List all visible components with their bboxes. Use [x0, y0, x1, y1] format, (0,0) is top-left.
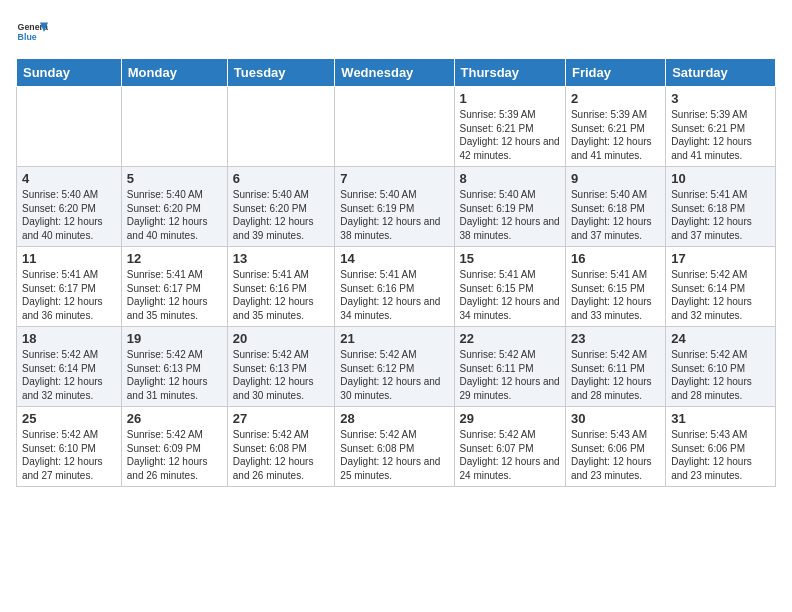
- day-info: Sunrise: 5:42 AMSunset: 6:11 PMDaylight:…: [571, 348, 660, 402]
- day-number: 25: [22, 411, 116, 426]
- calendar-cell: 29Sunrise: 5:42 AMSunset: 6:07 PMDayligh…: [454, 407, 565, 487]
- calendar-cell: 3Sunrise: 5:39 AMSunset: 6:21 PMDaylight…: [666, 87, 776, 167]
- day-info: Sunrise: 5:42 AMSunset: 6:08 PMDaylight:…: [340, 428, 448, 482]
- calendar-cell: 17Sunrise: 5:42 AMSunset: 6:14 PMDayligh…: [666, 247, 776, 327]
- calendar-cell: 5Sunrise: 5:40 AMSunset: 6:20 PMDaylight…: [121, 167, 227, 247]
- dow-header: Thursday: [454, 59, 565, 87]
- day-number: 3: [671, 91, 770, 106]
- day-info: Sunrise: 5:43 AMSunset: 6:06 PMDaylight:…: [671, 428, 770, 482]
- calendar-week-row: 11Sunrise: 5:41 AMSunset: 6:17 PMDayligh…: [17, 247, 776, 327]
- day-info: Sunrise: 5:42 AMSunset: 6:09 PMDaylight:…: [127, 428, 222, 482]
- calendar-cell: 1Sunrise: 5:39 AMSunset: 6:21 PMDaylight…: [454, 87, 565, 167]
- calendar-cell: 25Sunrise: 5:42 AMSunset: 6:10 PMDayligh…: [17, 407, 122, 487]
- calendar-cell: 15Sunrise: 5:41 AMSunset: 6:15 PMDayligh…: [454, 247, 565, 327]
- calendar-cell: 14Sunrise: 5:41 AMSunset: 6:16 PMDayligh…: [335, 247, 454, 327]
- calendar-cell: 12Sunrise: 5:41 AMSunset: 6:17 PMDayligh…: [121, 247, 227, 327]
- day-info: Sunrise: 5:41 AMSunset: 6:18 PMDaylight:…: [671, 188, 770, 242]
- day-number: 7: [340, 171, 448, 186]
- day-info: Sunrise: 5:39 AMSunset: 6:21 PMDaylight:…: [460, 108, 560, 162]
- calendar-week-row: 1Sunrise: 5:39 AMSunset: 6:21 PMDaylight…: [17, 87, 776, 167]
- calendar-week-row: 18Sunrise: 5:42 AMSunset: 6:14 PMDayligh…: [17, 327, 776, 407]
- day-info: Sunrise: 5:42 AMSunset: 6:10 PMDaylight:…: [22, 428, 116, 482]
- header: General Blue: [16, 16, 776, 48]
- dow-header: Wednesday: [335, 59, 454, 87]
- day-number: 16: [571, 251, 660, 266]
- logo: General Blue: [16, 16, 48, 48]
- day-number: 8: [460, 171, 560, 186]
- day-number: 14: [340, 251, 448, 266]
- day-info: Sunrise: 5:41 AMSunset: 6:16 PMDaylight:…: [340, 268, 448, 322]
- day-info: Sunrise: 5:40 AMSunset: 6:19 PMDaylight:…: [460, 188, 560, 242]
- day-number: 2: [571, 91, 660, 106]
- day-number: 6: [233, 171, 330, 186]
- day-info: Sunrise: 5:40 AMSunset: 6:19 PMDaylight:…: [340, 188, 448, 242]
- calendar-cell: 28Sunrise: 5:42 AMSunset: 6:08 PMDayligh…: [335, 407, 454, 487]
- calendar-cell: 11Sunrise: 5:41 AMSunset: 6:17 PMDayligh…: [17, 247, 122, 327]
- day-number: 21: [340, 331, 448, 346]
- calendar-cell: 4Sunrise: 5:40 AMSunset: 6:20 PMDaylight…: [17, 167, 122, 247]
- day-number: 9: [571, 171, 660, 186]
- day-number: 31: [671, 411, 770, 426]
- calendar-cell: 23Sunrise: 5:42 AMSunset: 6:11 PMDayligh…: [565, 327, 665, 407]
- day-info: Sunrise: 5:42 AMSunset: 6:08 PMDaylight:…: [233, 428, 330, 482]
- day-info: Sunrise: 5:40 AMSunset: 6:20 PMDaylight:…: [233, 188, 330, 242]
- day-info: Sunrise: 5:39 AMSunset: 6:21 PMDaylight:…: [671, 108, 770, 162]
- calendar-cell: 13Sunrise: 5:41 AMSunset: 6:16 PMDayligh…: [227, 247, 335, 327]
- calendar-cell: 19Sunrise: 5:42 AMSunset: 6:13 PMDayligh…: [121, 327, 227, 407]
- calendar-cell: [227, 87, 335, 167]
- day-info: Sunrise: 5:42 AMSunset: 6:07 PMDaylight:…: [460, 428, 560, 482]
- day-info: Sunrise: 5:42 AMSunset: 6:13 PMDaylight:…: [233, 348, 330, 402]
- calendar-cell: 20Sunrise: 5:42 AMSunset: 6:13 PMDayligh…: [227, 327, 335, 407]
- day-number: 30: [571, 411, 660, 426]
- day-number: 27: [233, 411, 330, 426]
- calendar-cell: 18Sunrise: 5:42 AMSunset: 6:14 PMDayligh…: [17, 327, 122, 407]
- day-number: 11: [22, 251, 116, 266]
- day-number: 22: [460, 331, 560, 346]
- calendar-cell: 26Sunrise: 5:42 AMSunset: 6:09 PMDayligh…: [121, 407, 227, 487]
- day-info: Sunrise: 5:40 AMSunset: 6:18 PMDaylight:…: [571, 188, 660, 242]
- day-info: Sunrise: 5:43 AMSunset: 6:06 PMDaylight:…: [571, 428, 660, 482]
- day-number: 24: [671, 331, 770, 346]
- day-info: Sunrise: 5:42 AMSunset: 6:13 PMDaylight:…: [127, 348, 222, 402]
- calendar-body: 1Sunrise: 5:39 AMSunset: 6:21 PMDaylight…: [17, 87, 776, 487]
- svg-text:Blue: Blue: [18, 32, 37, 42]
- day-info: Sunrise: 5:42 AMSunset: 6:10 PMDaylight:…: [671, 348, 770, 402]
- day-info: Sunrise: 5:41 AMSunset: 6:15 PMDaylight:…: [460, 268, 560, 322]
- logo-icon: General Blue: [16, 16, 48, 48]
- day-info: Sunrise: 5:41 AMSunset: 6:16 PMDaylight:…: [233, 268, 330, 322]
- day-info: Sunrise: 5:41 AMSunset: 6:17 PMDaylight:…: [127, 268, 222, 322]
- day-number: 4: [22, 171, 116, 186]
- day-number: 5: [127, 171, 222, 186]
- day-info: Sunrise: 5:40 AMSunset: 6:20 PMDaylight:…: [127, 188, 222, 242]
- calendar-week-row: 4Sunrise: 5:40 AMSunset: 6:20 PMDaylight…: [17, 167, 776, 247]
- dow-header: Sunday: [17, 59, 122, 87]
- calendar-table: SundayMondayTuesdayWednesdayThursdayFrid…: [16, 58, 776, 487]
- day-info: Sunrise: 5:41 AMSunset: 6:15 PMDaylight:…: [571, 268, 660, 322]
- calendar-cell: 9Sunrise: 5:40 AMSunset: 6:18 PMDaylight…: [565, 167, 665, 247]
- calendar-cell: 8Sunrise: 5:40 AMSunset: 6:19 PMDaylight…: [454, 167, 565, 247]
- calendar-cell: 24Sunrise: 5:42 AMSunset: 6:10 PMDayligh…: [666, 327, 776, 407]
- calendar-cell: 7Sunrise: 5:40 AMSunset: 6:19 PMDaylight…: [335, 167, 454, 247]
- day-number: 29: [460, 411, 560, 426]
- day-number: 17: [671, 251, 770, 266]
- calendar-week-row: 25Sunrise: 5:42 AMSunset: 6:10 PMDayligh…: [17, 407, 776, 487]
- calendar-cell: 31Sunrise: 5:43 AMSunset: 6:06 PMDayligh…: [666, 407, 776, 487]
- calendar-cell: 22Sunrise: 5:42 AMSunset: 6:11 PMDayligh…: [454, 327, 565, 407]
- day-info: Sunrise: 5:42 AMSunset: 6:11 PMDaylight:…: [460, 348, 560, 402]
- day-number: 26: [127, 411, 222, 426]
- dow-header: Tuesday: [227, 59, 335, 87]
- day-info: Sunrise: 5:42 AMSunset: 6:12 PMDaylight:…: [340, 348, 448, 402]
- calendar-cell: 2Sunrise: 5:39 AMSunset: 6:21 PMDaylight…: [565, 87, 665, 167]
- calendar-cell: 21Sunrise: 5:42 AMSunset: 6:12 PMDayligh…: [335, 327, 454, 407]
- calendar-cell: 27Sunrise: 5:42 AMSunset: 6:08 PMDayligh…: [227, 407, 335, 487]
- day-info: Sunrise: 5:42 AMSunset: 6:14 PMDaylight:…: [671, 268, 770, 322]
- day-info: Sunrise: 5:40 AMSunset: 6:20 PMDaylight:…: [22, 188, 116, 242]
- dow-header: Friday: [565, 59, 665, 87]
- day-number: 19: [127, 331, 222, 346]
- day-info: Sunrise: 5:42 AMSunset: 6:14 PMDaylight:…: [22, 348, 116, 402]
- calendar-cell: 16Sunrise: 5:41 AMSunset: 6:15 PMDayligh…: [565, 247, 665, 327]
- day-number: 15: [460, 251, 560, 266]
- dow-header: Monday: [121, 59, 227, 87]
- calendar-cell: 6Sunrise: 5:40 AMSunset: 6:20 PMDaylight…: [227, 167, 335, 247]
- day-info: Sunrise: 5:41 AMSunset: 6:17 PMDaylight:…: [22, 268, 116, 322]
